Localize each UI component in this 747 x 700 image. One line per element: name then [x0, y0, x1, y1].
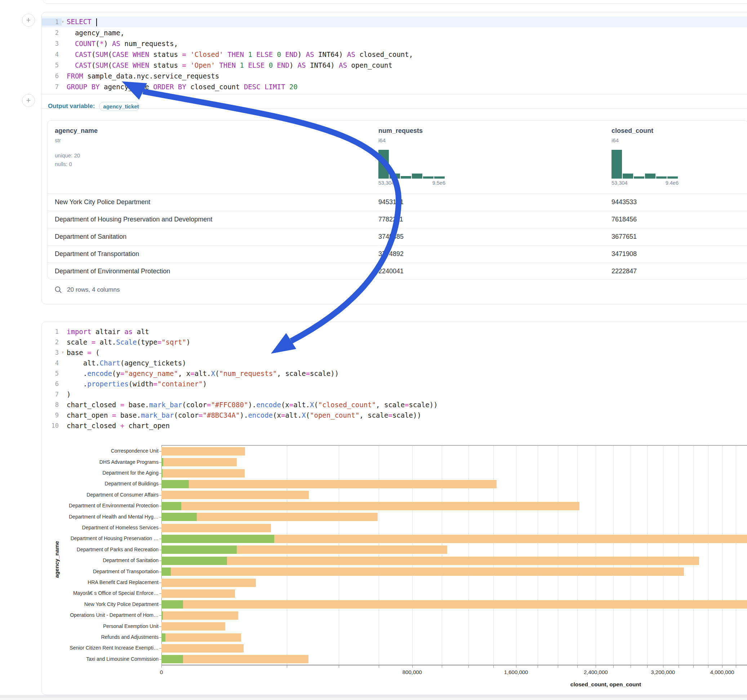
column-name: num_requests — [378, 127, 445, 135]
bar-closed_count[interactable] — [162, 634, 241, 642]
table-cell: New York City Police Department — [55, 198, 150, 206]
add-cell-button-top[interactable]: + — [22, 14, 35, 27]
y-axis-tick — [159, 593, 162, 594]
code-text: chart_closed + chart_open — [62, 422, 170, 430]
code-line[interactable]: 10chart_closed + chart_open — [42, 420, 747, 431]
bar-closed_count[interactable] — [162, 469, 245, 477]
fold-chevron-icon[interactable]: ∨ — [62, 350, 64, 354]
bar-closed_count[interactable] — [162, 557, 699, 565]
line-number: 4 — [42, 51, 62, 58]
bar-open_count[interactable] — [162, 634, 165, 642]
gridline — [287, 445, 287, 665]
y-axis-label: Personal Exemption Unit — [103, 623, 159, 629]
table-row[interactable]: Department of Housing Preservation and D… — [48, 211, 747, 228]
table-row[interactable]: Department of Environmental Protection22… — [48, 262, 747, 279]
table-row[interactable]: New York City Police Department945313194… — [48, 193, 747, 211]
code-text: agency_name, — [62, 29, 124, 37]
bar-open_count[interactable] — [162, 546, 237, 554]
code-line[interactable]: 5 CAST(SUM(CASE WHEN status = 'Open' THE… — [42, 60, 747, 71]
code-line[interactable]: 6 .properties(width="container") — [42, 379, 747, 389]
x-axis-tick-label: 800,000 — [402, 669, 422, 675]
column-header-agency_name[interactable]: agency_namestrunique: 20nulls: 0 — [55, 127, 98, 169]
column-header-closed_count[interactable]: closed_counti6453,3049.4e6 — [611, 127, 679, 186]
code-line[interactable]: 8chart_closed = base.mark_bar(color="#FF… — [42, 399, 747, 410]
code-line[interactable]: 3 COUNT(*) AS num_requests, — [42, 38, 747, 49]
y-axis-tick — [159, 473, 162, 474]
bar-open_count[interactable] — [162, 458, 163, 466]
y-axis-tick — [159, 637, 162, 638]
code-line[interactable]: 6FROM sample_data.nyc.service_requests — [42, 71, 747, 81]
bar-closed_count[interactable] — [162, 590, 235, 598]
bar-closed_count[interactable] — [162, 491, 309, 499]
bar-closed_count[interactable] — [162, 644, 243, 652]
table-row[interactable]: Department of Transportation377489234719… — [48, 245, 747, 262]
line-number: 6 — [42, 72, 62, 80]
x-axis-tick — [516, 665, 516, 668]
table-cell: Department of Sanitation — [55, 233, 127, 241]
code-text: chart_open = base.mark_bar(color="#8BC34… — [62, 411, 421, 419]
bar-closed_count[interactable] — [162, 600, 747, 608]
table-cell: 9453131 — [378, 198, 404, 206]
bar-closed_count[interactable] — [162, 655, 308, 663]
histogram-bar — [412, 173, 422, 179]
output-variable-badge[interactable]: agency_tickets — [99, 102, 139, 111]
y-axis-tick — [159, 451, 162, 451]
line-number: 4 — [42, 359, 62, 367]
code-line[interactable]: 9chart_open = base.mark_bar(color="#8BC3… — [42, 410, 747, 420]
bar-closed_count[interactable] — [162, 480, 496, 488]
divider — [42, 109, 747, 109]
bar-open_count[interactable] — [162, 600, 183, 608]
code-line[interactable]: 7GROUP BY agency_name ORDER BY closed_co… — [42, 81, 747, 92]
x-axis-tick-label: 0 — [160, 669, 163, 675]
y-axis-tick — [159, 462, 162, 463]
bar-closed_count[interactable] — [162, 611, 238, 620]
code-line[interactable]: 3∨base = ( — [42, 347, 747, 358]
bar-closed_count[interactable] — [162, 567, 684, 576]
histogram-axis-labels: 53,3049.4e6 — [611, 180, 679, 186]
code-line[interactable]: 1import altair as alt — [42, 326, 747, 337]
column-header-num_requests[interactable]: num_requestsi6453,3049.5e6 — [378, 127, 445, 186]
code-line[interactable]: 1∨SELECT — [42, 17, 747, 27]
code-line[interactable]: 2scale = alt.Scale(type="sqrt") — [42, 337, 747, 347]
bar-closed_count[interactable] — [162, 622, 225, 631]
previous-cell-edge — [42, 0, 747, 4]
fold-chevron-icon[interactable]: ∨ — [62, 20, 64, 23]
column-type: i64 — [378, 137, 445, 143]
bar-open_count[interactable] — [162, 513, 197, 521]
bar-open_count[interactable] — [162, 480, 189, 488]
line-number: 7 — [42, 391, 62, 398]
python-code-editor[interactable]: 1import altair as alt2scale = alt.Scale(… — [42, 326, 747, 431]
code-line[interactable]: 5 .encode(y="agency_name", x=alt.X("num_… — [42, 368, 747, 379]
gridline — [722, 445, 723, 665]
bar-open_count[interactable] — [162, 567, 171, 576]
bar-open_count[interactable] — [162, 469, 163, 477]
add-cell-button-middle[interactable]: + — [22, 94, 35, 107]
y-axis-label: DHS Advantage Programs — [100, 459, 159, 465]
bar-closed_count[interactable] — [162, 458, 237, 466]
table-cell: 3677651 — [611, 233, 637, 241]
bar-open_count[interactable] — [162, 502, 181, 510]
code-line[interactable]: 7) — [42, 389, 747, 399]
bar-open_count[interactable] — [162, 557, 227, 565]
x-axis-tick — [493, 665, 494, 668]
search-icon[interactable] — [54, 286, 62, 293]
bar-closed_count[interactable] — [162, 579, 256, 587]
bar-open_count[interactable] — [162, 655, 183, 663]
gridline — [663, 445, 664, 665]
table-row[interactable]: Department of Sanitation37494853677651 — [48, 228, 747, 245]
bar-closed_count[interactable] — [162, 524, 271, 532]
code-line[interactable]: 4 alt.Chart(agency_tickets) — [42, 358, 747, 368]
gridline — [631, 445, 631, 665]
code-text: alt.Chart(agency_tickets) — [62, 359, 186, 367]
line-number: 5 — [42, 62, 62, 69]
y-axis-tick — [159, 528, 162, 528]
code-line[interactable]: 2 agency_name, — [42, 27, 747, 38]
code-line[interactable]: 4 CAST(SUM(CASE WHEN status = 'Closed' T… — [42, 49, 747, 60]
bar-closed_count[interactable] — [162, 447, 245, 456]
y-axis-tick — [159, 550, 162, 550]
bar-open_count[interactable] — [162, 611, 163, 620]
bar-open_count[interactable] — [162, 535, 274, 543]
sql-code-editor[interactable]: 1∨SELECT 2 agency_name,3 COUNT(*) AS num… — [42, 17, 747, 92]
code-text: base = ( — [62, 348, 100, 356]
bar-closed_count[interactable] — [162, 502, 579, 510]
